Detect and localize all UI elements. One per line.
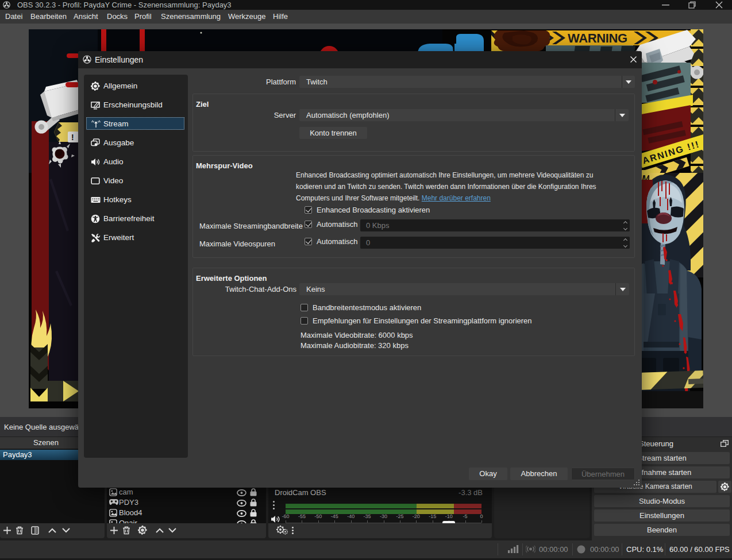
svg-text:!: ! (71, 133, 74, 142)
svg-text:WARNING: WARNING (568, 31, 627, 45)
